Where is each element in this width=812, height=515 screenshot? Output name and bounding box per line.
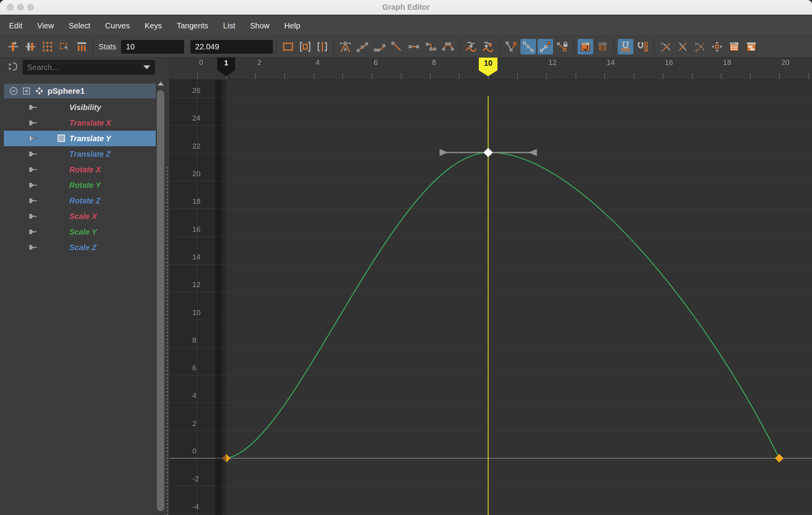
break-tangents-icon[interactable] <box>503 39 519 54</box>
flat-tangent-icon[interactable] <box>406 39 422 54</box>
menu-show[interactable]: Show <box>243 16 277 36</box>
swap-keys-icon[interactable] <box>675 39 691 54</box>
retime-tool-icon[interactable] <box>74 39 90 54</box>
value-snap-icon[interactable] <box>635 39 650 54</box>
load-upcoming-objects-icon[interactable] <box>595 39 610 54</box>
ruler-tick <box>430 74 431 79</box>
buffer-curve-snapshot-icon[interactable] <box>463 39 479 54</box>
stats-label: Stats <box>98 42 116 51</box>
search-input[interactable] <box>23 63 143 72</box>
time-snap-icon[interactable] <box>618 39 633 54</box>
toolbar-group <box>463 39 496 54</box>
channel-row-translate-x[interactable]: Translate X <box>4 115 156 131</box>
ruler-label: 12 <box>548 58 557 67</box>
channel-row-scale-y[interactable]: Scale Y <box>4 224 156 240</box>
channel-label: Rotate Z <box>69 196 100 205</box>
channel-row-scale-x[interactable]: Scale X <box>4 208 156 224</box>
expand-icon[interactable] <box>22 86 31 96</box>
pin-channel-icon[interactable] <box>28 211 38 221</box>
pin-channel-icon[interactable] <box>28 227 38 237</box>
ruler-tick <box>808 74 809 79</box>
step-tangent-icon[interactable] <box>423 39 439 54</box>
channel-row-translate-y[interactable]: Translate Y <box>4 131 156 146</box>
swap-buffer-curve-icon[interactable] <box>480 39 496 54</box>
outliner-scrollbar[interactable] <box>156 58 165 515</box>
value-axis-label: -2 <box>192 475 199 483</box>
keyframes-layer[interactable] <box>170 80 812 515</box>
pin-channel-icon[interactable] <box>28 118 38 128</box>
unify-tangents-icon[interactable] <box>520 39 536 54</box>
tree-node-psphere1[interactable]: pSphere1 <box>4 84 156 98</box>
clamped-tangent-icon[interactable] <box>372 39 387 54</box>
channel-checkbox[interactable] <box>58 135 65 142</box>
outliner-filter-icon[interactable] <box>7 61 19 72</box>
channel-row-rotate-x[interactable]: Rotate X <box>4 162 156 177</box>
channel-label: Translate Z <box>69 150 111 159</box>
collapse-icon[interactable] <box>9 86 19 96</box>
toolbar-separator <box>334 39 334 55</box>
frame-playback-range-icon[interactable] <box>297 39 313 54</box>
menu-select[interactable]: Select <box>61 16 98 36</box>
menu-keys[interactable]: Keys <box>137 16 169 36</box>
scrollbar-up-arrow-icon[interactable] <box>156 79 165 88</box>
panel-splitter[interactable] <box>165 58 169 515</box>
move-keys-tool-icon[interactable] <box>709 39 725 54</box>
toolbar-group <box>280 39 330 54</box>
ruler-label: 2 <box>257 58 262 67</box>
spline-tangent-icon[interactable] <box>355 39 370 54</box>
search-dropdown-icon[interactable] <box>143 65 150 69</box>
gridline <box>170 125 812 126</box>
dope-sheet-icon[interactable] <box>743 39 759 54</box>
svg-text:1: 1 <box>660 42 662 46</box>
ruler-label: 8 <box>432 58 436 67</box>
channel-row-rotate-z[interactable]: Rotate Z <box>4 193 156 208</box>
search-box[interactable] <box>23 60 155 75</box>
auto-load-graph-editor-icon[interactable] <box>578 39 593 54</box>
animation-curve[interactable] <box>170 80 812 515</box>
menu-help[interactable]: Help <box>277 16 308 36</box>
scale-keys-negative-value-icon[interactable]: 1-1 <box>692 39 708 54</box>
channel-label: Visibility <box>69 103 101 112</box>
channel-row-visibility[interactable]: Visibility <box>4 100 156 115</box>
ruler-label: 0 <box>199 58 204 67</box>
center-current-time-icon[interactable] <box>315 39 330 54</box>
menu-view[interactable]: View <box>30 16 61 36</box>
toolbar-group <box>5 39 90 54</box>
move-key-tool-icon[interactable] <box>5 39 21 54</box>
pin-channel-icon[interactable] <box>28 133 38 144</box>
channel-row-translate-z[interactable]: Translate Z <box>4 146 156 162</box>
value-axis-label: 6 <box>192 364 197 372</box>
pin-channel-icon[interactable] <box>28 149 38 159</box>
value-axis-label: 8 <box>192 336 197 345</box>
channel-row-scale-z[interactable]: Scale Z <box>4 240 156 255</box>
linear-tangent-icon[interactable] <box>389 39 404 54</box>
pin-channel-icon[interactable] <box>28 196 38 206</box>
lattice-deform-keys-tool-icon[interactable] <box>40 39 55 54</box>
toolbar-group <box>503 39 570 54</box>
current-time-line[interactable] <box>488 96 489 515</box>
auto-tangent-icon[interactable]: A <box>337 39 353 54</box>
spreadsheet-icon[interactable] <box>726 39 742 54</box>
frame-all-icon[interactable] <box>280 39 296 54</box>
scale-keys-negative-time-icon[interactable]: 1-1 <box>658 39 673 54</box>
menu-tangents[interactable]: Tangents <box>169 16 216 36</box>
curve-canvas[interactable]: 26242220181614121086420-2-4 <box>170 80 812 515</box>
insert-key-tool-icon[interactable] <box>23 39 38 54</box>
graph-view[interactable]: 024681214161820 1 10 2624222018161412108… <box>169 58 812 515</box>
channel-row-rotate-y[interactable]: Rotate Y <box>4 177 156 193</box>
region-select-tool-icon[interactable] <box>57 39 72 54</box>
scrollbar-thumb[interactable] <box>157 90 164 511</box>
pin-channel-icon[interactable] <box>28 102 38 112</box>
pin-channel-icon[interactable] <box>28 242 38 252</box>
pin-channel-icon[interactable] <box>28 165 38 175</box>
pin-channel-icon[interactable] <box>28 180 38 190</box>
menu-curves[interactable]: Curves <box>98 16 137 36</box>
free-tangent-weight-icon[interactable] <box>538 39 553 54</box>
menu-list[interactable]: List <box>216 16 243 36</box>
gridline <box>170 181 812 181</box>
plateau-tangent-icon[interactable] <box>440 39 456 54</box>
lock-tangent-weight-icon[interactable] <box>555 39 570 54</box>
selected-key-value-field[interactable] <box>190 40 273 54</box>
menu-edit[interactable]: Edit <box>2 16 30 36</box>
selected-key-time-field[interactable] <box>121 40 184 54</box>
